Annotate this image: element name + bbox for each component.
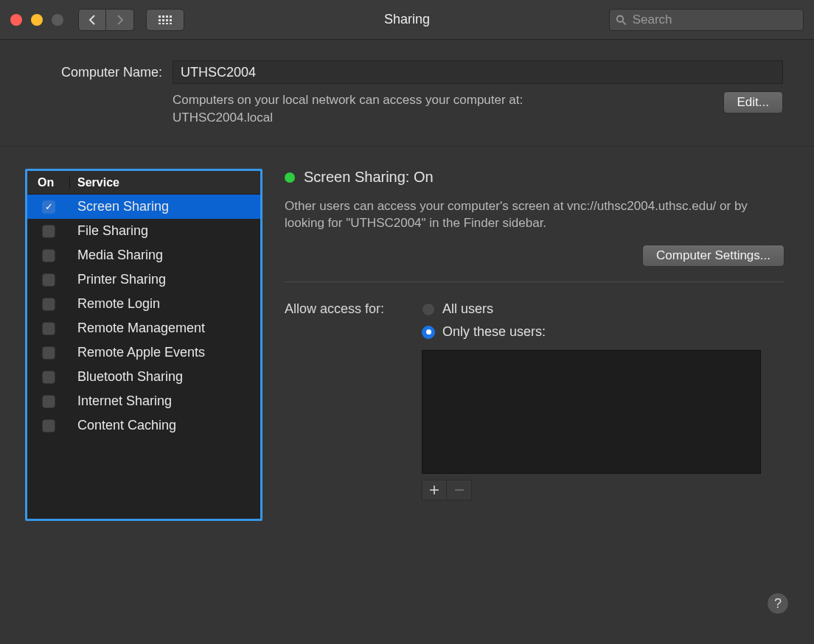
svg-rect-6 [166,19,168,21]
remove-user-button [447,480,472,500]
zoom-window-button [52,14,63,26]
service-row[interactable]: File Sharing [27,219,260,243]
nav-buttons [78,9,134,31]
svg-rect-3 [170,15,172,18]
service-description: Other users can access your computer's s… [285,197,785,231]
forward-button [106,9,134,31]
back-button[interactable] [78,9,106,31]
svg-point-12 [617,15,623,21]
status-indicator-icon [285,172,295,183]
close-window-button[interactable] [10,14,22,26]
minimize-window-button[interactable] [31,14,43,26]
computer-name-section: Computer Name: Computers on your local n… [0,40,814,147]
svg-rect-1 [162,15,164,18]
service-label: Internet Sharing [70,393,172,409]
show-all-button[interactable] [146,9,184,31]
service-row[interactable]: Bluetooth Sharing [27,365,260,389]
service-row[interactable]: Printer Sharing [27,267,260,292]
svg-rect-11 [170,23,172,24]
allowed-users-list[interactable] [422,350,761,474]
help-button[interactable]: ? [767,592,789,615]
service-label: Remote Login [70,296,160,312]
radio-all-users[interactable]: All users [422,301,761,317]
service-checkbox[interactable] [42,371,55,384]
service-checkbox[interactable] [42,298,55,311]
search-field[interactable] [609,9,804,31]
computer-name-hint: Computers on your local network can acce… [173,91,723,127]
services-table-header: On Service [27,171,260,195]
service-detail-panel: Screen Sharing: On Other users can acces… [285,169,785,637]
services-table[interactable]: On Service Screen SharingFile SharingMed… [25,169,262,521]
service-label: Screen Sharing [70,199,169,214]
service-checkbox[interactable] [42,322,55,335]
column-on: On [27,176,70,189]
svg-rect-10 [166,23,168,24]
window-controls [10,14,63,26]
search-icon [616,14,627,26]
service-label: Media Sharing [70,248,163,263]
computer-name-label: Computer Name: [31,65,162,80]
computer-settings-button[interactable]: Computer Settings... [642,245,785,267]
service-row[interactable]: Remote Login [27,292,260,316]
service-label: Remote Apple Events [70,345,205,360]
service-row[interactable]: Content Caching [27,413,260,438]
radio-only-these-users[interactable]: Only these users: [422,324,761,340]
service-checkbox[interactable] [42,200,55,214]
minus-icon [454,485,465,495]
service-checkbox[interactable] [42,249,55,262]
service-label: Printer Sharing [70,272,166,287]
service-label: Bluetooth Sharing [70,369,183,385]
computer-name-input[interactable] [173,60,783,84]
titlebar: Sharing [0,0,814,40]
service-row[interactable]: Screen Sharing [27,195,260,219]
svg-rect-8 [159,23,161,24]
svg-rect-4 [159,19,161,21]
svg-rect-9 [162,23,164,24]
svg-rect-0 [159,15,161,18]
service-label: File Sharing [70,223,148,239]
svg-line-13 [623,21,626,24]
column-service: Service [70,176,119,189]
status-title: Screen Sharing: On [304,169,434,186]
svg-rect-5 [162,19,164,21]
sharing-preferences-window: Sharing Computer Name: Computers on your… [0,0,814,644]
allow-access-label: Allow access for: [285,301,410,317]
service-row[interactable]: Remote Apple Events [27,340,260,365]
service-checkbox[interactable] [42,273,55,287]
service-checkbox[interactable] [42,419,55,433]
service-label: Remote Management [70,321,205,336]
search-input[interactable] [631,12,797,28]
plus-icon [429,485,439,495]
service-checkbox[interactable] [42,346,55,360]
add-user-button[interactable] [422,480,447,500]
svg-rect-7 [170,19,172,21]
service-row[interactable]: Remote Management [27,316,260,340]
service-row[interactable]: Media Sharing [27,243,260,267]
svg-rect-2 [166,15,168,18]
main-section: On Service Screen SharingFile SharingMed… [0,147,814,644]
service-checkbox[interactable] [42,225,55,238]
edit-hostname-button[interactable]: Edit... [723,91,783,113]
service-row[interactable]: Internet Sharing [27,389,260,413]
service-label: Content Caching [70,418,176,433]
service-checkbox[interactable] [42,395,55,408]
